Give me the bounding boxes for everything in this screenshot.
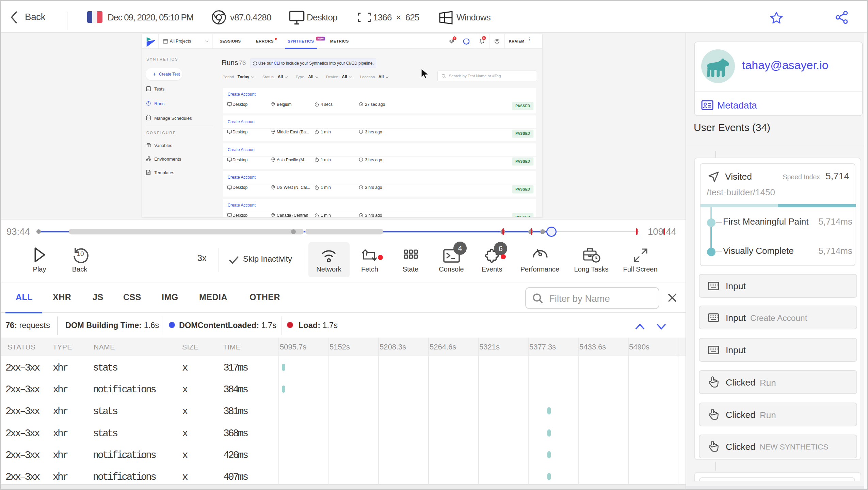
svg-text:10: 10 — [77, 250, 84, 257]
